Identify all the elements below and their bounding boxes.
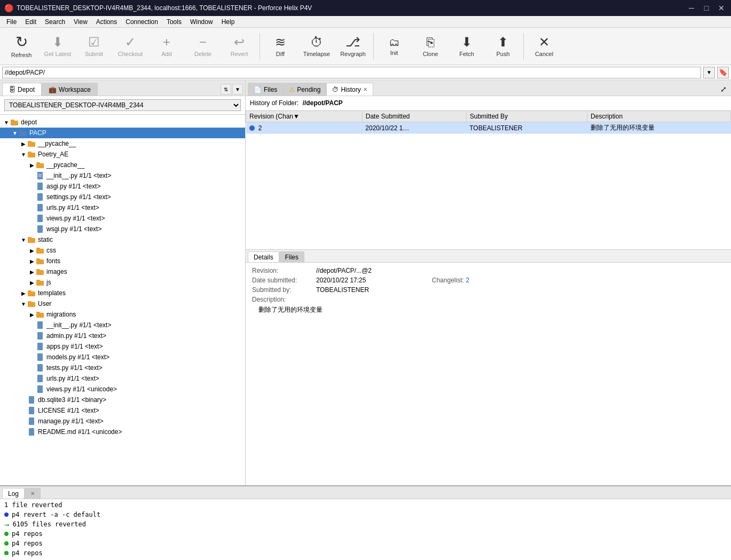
tree-item[interactable]: views.py #1/1 <unicode> xyxy=(0,384,245,395)
tree-item[interactable]: ▼ static xyxy=(0,234,245,245)
menu-connection[interactable]: Connection xyxy=(121,17,162,27)
workspace-selector[interactable]: TOBEALISTENER_DESKTOP-IV4R4MB_2344 xyxy=(4,99,241,111)
menu-actions[interactable]: Actions xyxy=(92,17,121,27)
details-description-row: Description: xyxy=(252,296,725,303)
tab-depot[interactable]: 🗄 Depot xyxy=(2,83,42,96)
tree-item[interactable]: ▶ migrations xyxy=(0,309,245,320)
maximize-button[interactable]: □ xyxy=(701,3,712,13)
refresh-button[interactable]: ↻ Refresh xyxy=(4,30,38,63)
file-icon xyxy=(36,364,45,372)
fetch-button[interactable]: ⬇ Fetch xyxy=(450,30,484,63)
tree-item[interactable]: ▶ __pycache__ xyxy=(0,160,245,170)
cancel-label: Cancel xyxy=(535,51,553,57)
log-close-tab[interactable]: ✕ xyxy=(25,488,41,499)
tree-item[interactable]: README.md #1/1 <unicode> xyxy=(0,427,245,437)
menu-view[interactable]: View xyxy=(69,17,92,27)
log-line: p4 repos xyxy=(4,529,727,539)
app-icon: 🔴 xyxy=(4,4,13,12)
history-tab-close[interactable]: ✕ xyxy=(363,86,367,92)
tree-item[interactable]: settings.py #1/1 <text> xyxy=(0,192,245,202)
tree-item[interactable]: ▶ templates xyxy=(0,288,245,298)
menu-window[interactable]: Window xyxy=(186,17,217,27)
path-input[interactable]: //depot/PACP/ xyxy=(2,67,701,78)
pending-tab-icon: ⚠ xyxy=(289,86,295,93)
delete-button[interactable]: − Delete xyxy=(186,30,220,63)
tree-spacer xyxy=(19,396,28,404)
submit-label: Submit xyxy=(85,51,103,57)
menu-file[interactable]: File xyxy=(2,17,21,27)
path-dropdown-button[interactable]: ▼ xyxy=(703,67,715,78)
close-button[interactable]: ✕ xyxy=(716,3,727,13)
menu-tools[interactable]: Tools xyxy=(162,17,186,27)
init-button[interactable]: 🗂 Init xyxy=(377,30,411,63)
tree-item[interactable]: tests.py #1/1 <text> xyxy=(0,362,245,373)
submit-button[interactable]: ☑ Submit xyxy=(77,30,111,63)
details-tab-files[interactable]: Files xyxy=(279,251,304,262)
tree-label: views.py #1/1 <unicode> xyxy=(46,385,117,393)
maximize-panel-button[interactable]: ⤢ xyxy=(720,85,729,96)
tree-item[interactable]: wsgi.py #1/1 <text> xyxy=(0,224,245,234)
clone-label: Clone xyxy=(423,51,438,57)
tree-label: static xyxy=(38,236,53,243)
tree-spacer xyxy=(28,193,36,201)
tree-item[interactable]: db.sqlite3 #1/1 <binary> xyxy=(0,395,245,405)
init-label: Init xyxy=(390,50,398,56)
sort-button[interactable]: ⇅ xyxy=(221,84,231,94)
tree-item[interactable]: views.py #1/1 <text> xyxy=(0,213,245,224)
log-tab[interactable]: Log xyxy=(2,488,25,499)
log-close-icon[interactable]: ✕ xyxy=(30,491,35,496)
col-submitted-by[interactable]: Submitted By xyxy=(466,111,587,122)
tree-item[interactable]: __init__.py #1/1 <text> xyxy=(0,170,245,181)
tab-files[interactable]: 📄 Files xyxy=(248,83,283,96)
tab-pending[interactable]: ⚠ Pending xyxy=(283,83,326,96)
tree-item[interactable]: ▶ images xyxy=(0,266,245,277)
tree-item[interactable]: urls.py #1/1 <text> xyxy=(0,202,245,213)
tree-item[interactable]: ▼ PACP xyxy=(0,128,245,138)
diff-button[interactable]: ≋ Diff xyxy=(263,30,297,63)
changelist-value[interactable]: 2 xyxy=(466,277,469,284)
col-description[interactable]: Description xyxy=(587,111,731,122)
files-tab-label: Files xyxy=(264,86,277,93)
tree-item[interactable]: ▼ depot xyxy=(0,117,245,128)
tree-item[interactable]: ▶ __pycache__ xyxy=(0,138,245,149)
details-tab-details[interactable]: Details xyxy=(248,251,279,262)
tree-item[interactable]: admin.py #1/1 <text> xyxy=(0,330,245,341)
add-button[interactable]: + Add xyxy=(150,30,184,63)
col-revision[interactable]: Revision (Chan▼ xyxy=(246,111,363,122)
tree-spacer xyxy=(28,214,36,223)
push-button[interactable]: ⬆ Push xyxy=(486,30,520,63)
tab-history[interactable]: ⏱ History ✕ xyxy=(326,83,373,96)
details-revision-row: Revision: //depot/PACP/...@2 xyxy=(252,267,725,274)
tree-item[interactable]: ▼ User xyxy=(0,298,245,309)
tree-item[interactable]: LICENSE #1/1 <text> xyxy=(0,405,245,416)
tree-item[interactable]: asgi.py #1/1 <text> xyxy=(0,181,245,192)
svg-rect-3 xyxy=(19,130,23,132)
tree-item[interactable]: __init__.py #1/1 <text> xyxy=(0,320,245,330)
tree-item[interactable]: manage.py #1/1 <text> xyxy=(0,416,245,427)
clone-button[interactable]: ⎘ Clone xyxy=(413,30,447,63)
revgraph-button[interactable]: ⎇ Revgraph xyxy=(336,30,370,63)
timelapse-button[interactable]: ⏱ Timelapse xyxy=(300,30,334,63)
tree-item[interactable]: ▼ Poetry_AE xyxy=(0,149,245,160)
tree-spacer xyxy=(28,225,36,233)
table-row[interactable]: 2 2020/10/22 1… TOBEALISTENER 删除了无用的环境变量 xyxy=(246,122,731,134)
tree-item[interactable]: ▶ fonts xyxy=(0,256,245,266)
get-latest-button[interactable]: ⬇ Get Latest xyxy=(41,30,75,63)
tree-item[interactable]: models.py #1/1 <text> xyxy=(0,352,245,362)
tree-label: images xyxy=(46,268,67,275)
bookmark-button[interactable]: 🔖 xyxy=(717,67,729,78)
revert-button[interactable]: ↩ Revert xyxy=(222,30,256,63)
tree-item[interactable]: apps.py #1/1 <text> xyxy=(0,341,245,352)
cancel-button[interactable]: ✕ Cancel xyxy=(527,30,561,63)
menu-search[interactable]: Search xyxy=(41,17,69,27)
filter-button[interactable]: ▼ xyxy=(232,84,243,94)
tab-workspace[interactable]: 💼 Workspace xyxy=(42,83,98,96)
menu-help[interactable]: Help xyxy=(217,17,239,27)
menu-edit[interactable]: Edit xyxy=(21,17,41,27)
checkout-button[interactable]: ✓ Checkout xyxy=(113,30,147,63)
tree-item[interactable]: ▶ js xyxy=(0,277,245,288)
col-date[interactable]: Date Submitted xyxy=(362,111,466,122)
tree-item[interactable]: ▶ css xyxy=(0,245,245,256)
tree-item[interactable]: urls.py #1/1 <text> xyxy=(0,373,245,384)
minimize-button[interactable]: ─ xyxy=(686,3,697,13)
